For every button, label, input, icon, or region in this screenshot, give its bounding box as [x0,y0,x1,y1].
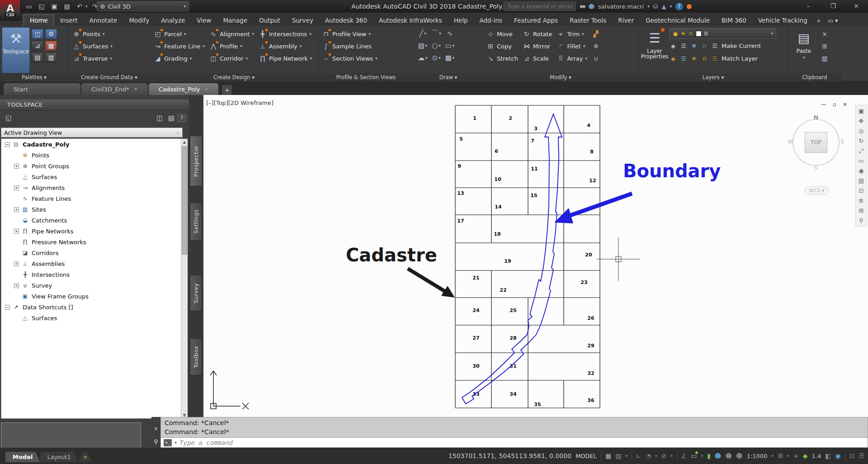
panorama-toggle[interactable]: ▤ [32,52,43,62]
tree-expander-icon[interactable]: + [14,207,19,212]
annotation-visibility-icon[interactable]: ☻ [715,452,722,459]
alignment-button[interactable]: ∿Alignment▾ [208,28,256,40]
tree-item-view-frame-groups[interactable]: −▣View Frame Groups [1,291,182,302]
nav-sheet-icon[interactable]: ▤ [859,177,864,184]
points-button[interactable]: ⊕Points▾ [71,28,114,40]
vp-close-icon[interactable]: ✕ [843,101,847,108]
autotrack-toggle-icon[interactable]: ∠ [681,452,687,459]
workspace-caret-icon[interactable]: ▾ [788,454,790,458]
ribbon-tab-bim-360[interactable]: BIM 360 [716,15,752,26]
panel-label-modify[interactable]: Modify ▾ [483,73,638,81]
hardware-acceleration-icon[interactable]: ◉ [835,452,840,459]
annotation-monitor-icon[interactable]: + [793,452,799,459]
vp-minimize-icon[interactable]: — [821,101,826,108]
tree-item-sites[interactable]: +▨Sites [1,204,182,215]
ribbon-tab-autodesk-360[interactable]: Autodesk 360 [319,15,373,26]
nav-steering-icon[interactable]: ⊞ [859,207,864,214]
ribbon-tab-insert[interactable]: Insert [54,15,84,26]
tree-expander-icon[interactable]: − [5,142,10,147]
tab-start[interactable]: Start [4,83,80,95]
search-input[interactable] [504,2,576,11]
line-button[interactable]: ╱▾ [419,29,426,38]
user-caret-icon[interactable]: ▾ [647,4,650,9]
assembly-button[interactable]: ⊥Assembly▾ [257,40,314,52]
ribbon-tab-annotate[interactable]: Annotate [84,15,123,26]
match-layer-icon[interactable]: ☰ [711,55,718,62]
tree-item-pipe-networks[interactable]: +∏Pipe Networks [1,226,182,237]
mirror-button[interactable]: ⋈Mirror [521,40,554,52]
layer-lock-icon[interactable]: ∩ [701,43,708,49]
toolbox-toggle[interactable]: ▦ [45,41,57,51]
paste-special-button[interactable]: ▥ [819,52,830,64]
panel-label-draw[interactable]: Draw ▾ [414,73,482,81]
tree-item-assemblies[interactable]: +⊥Assemblies [1,258,182,269]
tree-item-cadastre-poly[interactable]: −▤Cadastre_Poly [1,139,182,150]
match-properties-button[interactable]: ▞ [590,28,602,40]
performance-icon[interactable]: ◆ [803,452,808,459]
layer-off-icon[interactable]: ❄ [690,43,698,49]
toolspace-button[interactable]: ⚒ Toolspace [2,27,30,73]
offset-button[interactable]: ∪ [590,52,602,64]
ellipse-button[interactable]: ⊙▾ [432,54,440,62]
make-current-button[interactable]: Make Current [722,43,761,49]
copy-clip-button[interactable]: ⊞ [819,40,830,52]
pipe-network-button[interactable]: ∏Pipe Network▾ [257,52,314,64]
viewcube-north[interactable]: N [787,114,845,121]
sample-lines-button[interactable]: ∫Sample Lines [320,40,379,52]
snap-toggle-icon[interactable]: ▥ [615,452,621,459]
osnap-toggle-icon[interactable]: ▭ [691,452,697,459]
fillet-button[interactable]: ◜Fillet▾ [555,40,589,52]
ribbon-tab-home[interactable]: Home [24,14,54,26]
profile-view-button[interactable]: ⊓Profile View▾ [320,28,379,40]
osnap-caret-icon[interactable]: ▾ [701,454,703,458]
survey-toggle[interactable]: ⊿ [32,41,43,51]
layout1-tab[interactable]: Layout1 [40,452,78,462]
move-button[interactable]: ⊹Move [485,28,520,40]
scale-button[interactable]: ⊿Scale [521,52,554,64]
hatch-button[interactable]: ▨▾ [418,42,428,50]
tab-settings[interactable]: Settings [190,203,203,241]
nav-orbit-icon[interactable]: ↻ [859,137,864,144]
command-input[interactable]: Type a command [179,439,233,446]
layer-unlock2-icon[interactable]: ∩ [701,55,708,62]
undo-dropdown[interactable]: ▾ [85,4,88,9]
command-input-row[interactable]: >_ ▾ Type a command [160,437,868,448]
tree-item-surfaces[interactable]: −△Surfaces [1,312,182,323]
arc-button[interactable]: ⌒▾ [431,29,441,38]
workspace-selector[interactable]: ⚙ Civil 3D ▾ [97,1,189,11]
ribbon-tab-analyze[interactable]: Analyze [155,15,191,26]
new-drawing-tab-button[interactable]: + [222,85,232,95]
profile-button[interactable]: ⋀Profile▾ [208,40,256,52]
ribbon-tab-manage[interactable]: Manage [217,15,253,26]
plot-button[interactable]: ▤ [61,1,72,11]
ribbon-tab-vehicle-tracking[interactable]: Vehicle Tracking [752,15,813,26]
scale-caret-icon[interactable]: ▾ [771,454,774,458]
ribbon-tab-featured-apps[interactable]: Featured Apps [508,15,564,26]
layer-freeze-icon[interactable]: ☰ [680,43,687,49]
panel-label-layers[interactable]: Layers ▾ [639,73,788,81]
viewcube-east[interactable]: E [841,138,844,145]
traverse-button[interactable]: ⊿Traverse▾ [71,52,114,64]
a360-icon[interactable]: ▲ [661,3,666,10]
viewcube-south[interactable]: S [787,164,845,171]
lineweight-toggle-icon[interactable]: ▮ [707,452,711,459]
region-button[interactable]: ▩▾ [445,54,455,62]
new-file-button[interactable]: ▭ [24,1,34,11]
customization-menu-icon[interactable]: ☰ [859,452,864,459]
paste-button[interactable]: ▤ Paste ▾ [790,27,818,73]
wcs-dropdown[interactable]: WCS ▾ [805,186,829,195]
match-layer-button[interactable]: Match Layer [722,55,758,62]
feature-line-button[interactable]: ↝Feature Line▾ [152,40,207,52]
tree-expander-icon[interactable]: + [14,185,19,190]
layer-unisolate-icon[interactable]: ◈ [670,55,677,62]
signin-user[interactable]: salvatore.macri [598,3,644,10]
ui-toggle-icon[interactable]: ◧ [825,452,831,459]
copy-button[interactable]: ⊞Copy [485,40,520,52]
nav-window-icon[interactable]: ⊡ [859,187,864,194]
recent-commands-caret[interactable]: ▾ [175,440,177,445]
make-current-icon[interactable]: ☰ [711,43,718,49]
rectangle-button[interactable]: ▭▾ [445,42,455,50]
panel-label-design[interactable]: Create Design ▾ [150,73,318,81]
polyline-button[interactable]: ☁▾ [418,54,428,62]
ribbon-tab-output[interactable]: Output [253,15,286,26]
